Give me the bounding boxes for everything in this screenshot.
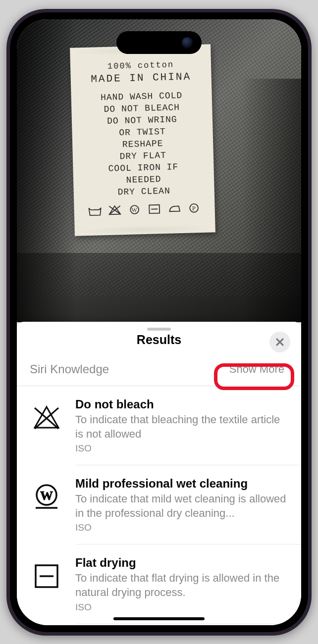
result-title: Do not bleach <box>75 397 287 412</box>
do-not-bleach-icon <box>31 402 62 434</box>
wet-cleaning-w-icon: W <box>31 481 62 513</box>
dry-clean-p-icon: P <box>187 202 201 214</box>
clothing-tag: 100% cotton MADE IN CHINA HAND WASH COLD… <box>70 44 215 236</box>
flat-drying-icon <box>31 560 62 592</box>
sheet-title: Results <box>17 333 301 347</box>
dynamic-island <box>116 31 202 54</box>
tag-origin-line: MADE IN CHINA <box>77 71 205 86</box>
photo-preview: 100% cotton MADE IN CHINA HAND WASH COLD… <box>17 19 301 322</box>
result-title: Mild professional wet cleaning <box>75 476 287 491</box>
wash-icon <box>88 204 102 217</box>
home-indicator[interactable] <box>113 617 205 620</box>
svg-text:W: W <box>131 206 138 213</box>
result-source: ISO <box>75 522 287 533</box>
wet-clean-icon: W <box>127 203 142 216</box>
show-more-button[interactable]: Show More <box>225 361 288 378</box>
iron-icon <box>167 202 181 215</box>
section-label: Siri Knowledge <box>30 362 109 376</box>
result-item[interactable]: Flat drying To indicate that flat drying… <box>17 545 301 623</box>
result-item[interactable]: W Mild professional wet cleaning To indi… <box>17 465 301 544</box>
result-item[interactable]: Do not bleach To indicate that bleaching… <box>17 386 301 465</box>
flat-dry-icon <box>147 203 161 215</box>
close-icon <box>275 338 284 347</box>
result-title: Flat drying <box>75 555 287 570</box>
svg-text:P: P <box>192 205 196 212</box>
result-source: ISO <box>75 602 287 613</box>
phone-frame: 100% cotton MADE IN CHINA HAND WASH COLD… <box>6 9 312 636</box>
tag-care-symbols: W P <box>81 202 208 217</box>
results-sheet: Results Siri Knowledge Show More <box>17 322 301 625</box>
result-desc: To indicate that mild wet cleaning is al… <box>75 492 287 520</box>
close-button[interactable] <box>269 332 290 352</box>
tag-content-line: 100% cotton <box>77 59 204 72</box>
do-not-bleach-icon <box>107 204 122 216</box>
result-desc: To indicate that flat drying is allowed … <box>75 571 287 599</box>
svg-text:W: W <box>40 489 53 503</box>
sheet-grabber[interactable] <box>147 328 171 331</box>
result-desc: To indicate that bleaching the textile a… <box>75 413 287 441</box>
results-list: Do not bleach To indicate that bleaching… <box>17 386 301 624</box>
result-source: ISO <box>75 443 287 454</box>
